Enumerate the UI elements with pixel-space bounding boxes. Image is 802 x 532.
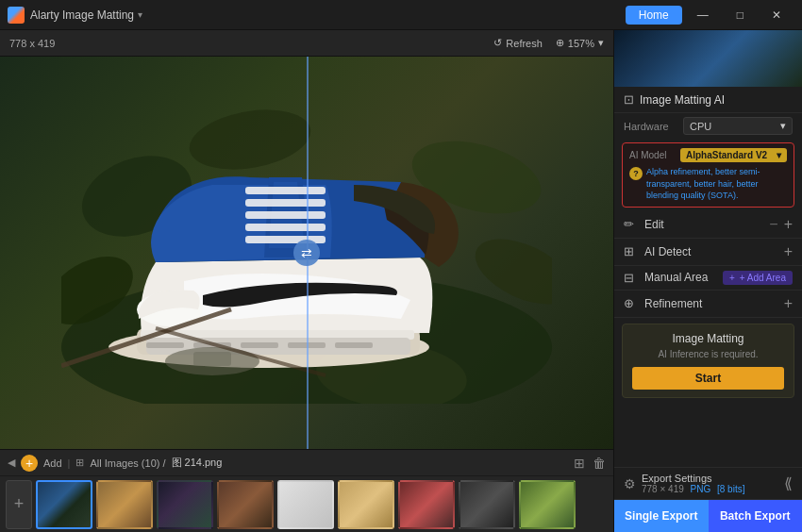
ai-model-chevron-icon: ▾ [777, 150, 781, 160]
filmstrip-thumb-6[interactable] [398, 480, 455, 529]
panel-title-text: Image Matting AI [640, 93, 725, 107]
zoom-icon: ⊕ [556, 37, 564, 49]
start-button[interactable]: Start [632, 367, 784, 390]
export-bits-label: [8 bits] [717, 484, 744, 494]
ai-model-description: Alpha refinement, better semi-transparen… [646, 166, 787, 202]
filmstrip-thumb-7[interactable] [459, 480, 515, 529]
export-settings-sub: 778 × 419 PNG [8 bits] [642, 484, 778, 494]
svg-rect-11 [245, 211, 326, 219]
titlebar: Alarty Image Matting ▾ Home — □ ✕ [0, 0, 802, 30]
svg-rect-10 [245, 199, 326, 207]
canvas-image-container[interactable]: ⇄ [0, 57, 613, 449]
svg-rect-9 [245, 187, 326, 194]
preview-thumbnail [614, 30, 802, 87]
image-dimensions-label: 778 x 419 [9, 38, 55, 49]
filmstrip-thumb-3[interactable] [217, 480, 274, 529]
filmstrip-thumb-2[interactable] [157, 480, 213, 529]
filmstrip-thumb-4[interactable] [277, 480, 334, 529]
preview-thumb-inner [614, 30, 802, 87]
app-logo [8, 7, 25, 24]
hardware-label: Hardware [624, 121, 676, 132]
filmstrip-toolbar: ◀ + Add | ⊞ All Images (10) / 图 214.png … [0, 450, 613, 476]
filmstrip-thumb-0[interactable] [36, 480, 92, 529]
ai-model-select[interactable]: AlphaStandard V2 ▾ [680, 148, 787, 162]
single-export-button[interactable]: Single Export [614, 500, 709, 532]
manual-area-row[interactable]: ⊟ Manual Area + + Add Area [614, 266, 802, 291]
ai-model-label: AI Model [629, 150, 675, 160]
svg-rect-23 [193, 352, 231, 366]
svg-rect-19 [241, 342, 278, 348]
nav-close-button[interactable]: ✕ [759, 6, 794, 25]
edit-plus-button[interactable]: + [784, 216, 793, 233]
export-buttons: Single Export Batch Export [614, 500, 802, 532]
matting-card-subtitle: AI Inference is required. [632, 349, 784, 359]
add-area-plus-icon: + [729, 273, 735, 283]
canvas-toolbar-right: ↺ Refresh ⊕ 157% ▾ [493, 37, 604, 49]
manual-area-label: Manual Area [644, 271, 717, 284]
add-area-button[interactable]: + + Add Area [723, 271, 793, 285]
export-settings-title: Export Settings [642, 473, 778, 484]
right-panel: ⊡ Image Matting AI Hardware CPU ▾ AI Mod… [613, 30, 802, 532]
export-settings-expand-icon[interactable]: ⟪ [784, 474, 793, 492]
svg-point-5 [185, 102, 315, 178]
canvas-area: 778 x 419 ↺ Refresh ⊕ 157% ▾ [0, 30, 613, 532]
app-title: Alarty Image Matting [30, 8, 134, 22]
zoom-button[interactable]: ⊕ 157% ▾ [556, 37, 604, 49]
filmstrip-add-button[interactable]: + [21, 455, 38, 472]
filmstrip-toolbar-left: ◀ + Add | ⊞ All Images (10) / 图 214.png [8, 455, 222, 472]
ai-detect-plus-button[interactable]: + [784, 243, 793, 260]
split-handle[interactable]: ⇄ [293, 240, 320, 266]
titlebar-nav: Home — □ ✕ [626, 6, 794, 25]
svg-rect-21 [335, 342, 373, 348]
refresh-icon: ↺ [493, 37, 502, 49]
ai-model-desc-row: ? Alpha refinement, better semi-transpar… [629, 166, 787, 202]
ai-detect-label: AI Detect [644, 245, 778, 258]
canvas-toolbar: 778 x 419 ↺ Refresh ⊕ 157% ▾ [0, 30, 613, 57]
hardware-row: Hardware CPU ▾ [614, 113, 802, 139]
filmstrip-trash-icon[interactable]: 🗑 [593, 456, 606, 471]
filmstrip-icon: ⊞ [75, 457, 84, 469]
edit-icon: ✏ [624, 217, 639, 231]
matting-card-title: Image Matting [632, 332, 784, 345]
matting-ai-icon: ⊡ [624, 92, 634, 107]
refinement-label: Refinement [644, 297, 778, 310]
ai-model-section: AI Model AlphaStandard V2 ▾ ? Alpha refi… [622, 142, 794, 208]
export-format-label: PNG [691, 484, 711, 494]
nav-home-button[interactable]: Home [626, 6, 682, 25]
main-content: 778 x 419 ↺ Refresh ⊕ 157% ▾ [0, 30, 802, 532]
filmstrip-add-thumb-button[interactable]: + [6, 480, 32, 529]
filename-label: 图 214.png [172, 456, 223, 470]
export-settings-icon: ⚙ [624, 476, 636, 491]
filmstrip-thumb-1[interactable] [96, 480, 153, 529]
add-label: Add [43, 457, 62, 469]
refinement-plus-button[interactable]: + [784, 295, 793, 312]
nav-minimize-button[interactable]: — [684, 6, 722, 25]
refresh-button[interactable]: ↺ Refresh [493, 37, 543, 49]
zoom-chevron-icon: ▾ [598, 37, 604, 49]
matting-card: Image Matting AI Inference is required. … [622, 324, 794, 398]
hardware-chevron-icon: ▾ [780, 120, 786, 132]
refinement-row[interactable]: ⊕ Refinement + [614, 291, 802, 318]
ai-detect-icon: ⊞ [624, 244, 639, 258]
manual-area-icon: ⊟ [624, 271, 639, 285]
filmstrip: ◀ + Add | ⊞ All Images (10) / 图 214.png … [0, 449, 613, 532]
export-settings-info: Export Settings 778 × 419 PNG [8 bits] [642, 473, 778, 494]
ai-detect-tool-row[interactable]: ⊞ AI Detect + [614, 239, 802, 266]
panel-title: ⊡ Image Matting AI [624, 92, 793, 107]
filmstrip-toolbar-right: ⊞ 🗑 [574, 456, 606, 471]
ai-model-help-icon[interactable]: ? [629, 167, 643, 180]
hardware-select[interactable]: CPU ▾ [683, 117, 793, 135]
titlebar-chevron-icon[interactable]: ▾ [138, 9, 142, 20]
filmstrip-grid-icon: ⊞ [574, 456, 585, 471]
panel-section-title: ⊡ Image Matting AI [614, 87, 802, 113]
edit-tool-row[interactable]: ✏ Edit − + [614, 211, 802, 239]
filmstrip-thumb-5[interactable] [338, 480, 394, 529]
all-images-label: All Images (10) / [90, 457, 165, 469]
edit-minus-button[interactable]: − [769, 216, 777, 233]
nav-maximize-button[interactable]: □ [724, 6, 757, 25]
refinement-icon: ⊕ [624, 296, 639, 310]
svg-rect-12 [245, 224, 326, 231]
batch-export-button[interactable]: Batch Export [709, 500, 803, 532]
filmstrip-images: + [0, 476, 613, 532]
filmstrip-thumb-8[interactable] [519, 480, 576, 529]
